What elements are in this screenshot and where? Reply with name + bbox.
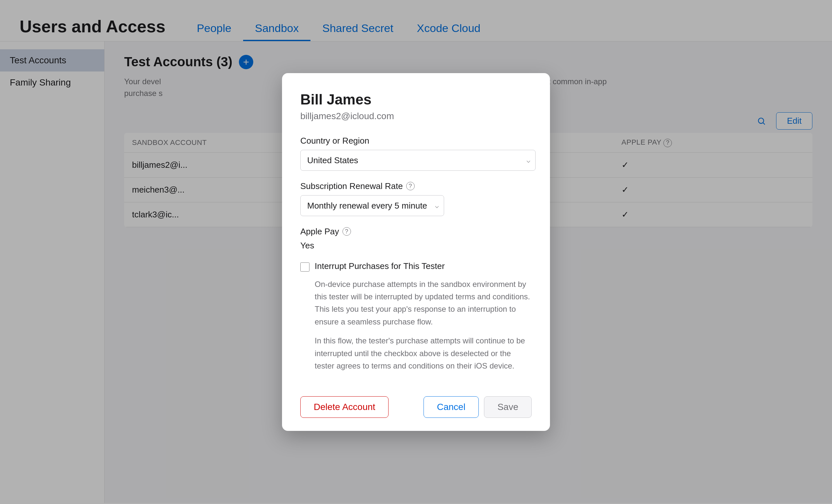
- apple-pay-value: Yes: [300, 241, 532, 251]
- modal-overlay: Bill James billjames2@icloud.com Country…: [0, 0, 832, 504]
- cancel-button[interactable]: Cancel: [423, 396, 479, 418]
- modal-footer-right: Cancel Save: [423, 396, 532, 418]
- country-select[interactable]: United States: [300, 150, 536, 171]
- modal-user-name: Bill James: [300, 91, 532, 108]
- interrupt-description-1: On-device purchase attempts in the sandb…: [315, 278, 532, 328]
- interrupt-checkbox[interactable]: [300, 262, 309, 272]
- interrupt-checkbox-row: Interrupt Purchases for This Tester: [300, 261, 532, 272]
- country-field: Country or Region United States ⌵: [300, 136, 532, 171]
- apple-pay-label: Apple Pay ?: [300, 227, 532, 237]
- country-select-wrapper: United States ⌵: [300, 150, 536, 171]
- subscription-label: Subscription Renewal Rate ?: [300, 181, 532, 191]
- subscription-help-icon[interactable]: ?: [406, 182, 415, 190]
- subscription-select-wrapper: Monthly renewal every 5 minutes ⌵: [300, 195, 444, 216]
- modal: Bill James billjames2@icloud.com Country…: [282, 73, 550, 431]
- subscription-select[interactable]: Monthly renewal every 5 minutes: [300, 195, 444, 216]
- save-button[interactable]: Save: [484, 396, 532, 418]
- modal-user-email: billjames2@icloud.com: [300, 111, 532, 121]
- delete-account-button[interactable]: Delete Account: [300, 396, 389, 418]
- interrupt-label: Interrupt Purchases for This Tester: [315, 261, 445, 271]
- interrupt-purchases-section: Interrupt Purchases for This Tester On-d…: [300, 261, 532, 372]
- country-label: Country or Region: [300, 136, 532, 146]
- apple-pay-modal-help-icon[interactable]: ?: [342, 227, 351, 236]
- apple-pay-field: Apple Pay ? Yes: [300, 227, 532, 251]
- interrupt-description-2: In this flow, the tester's purchase atte…: [315, 335, 532, 372]
- subscription-field: Subscription Renewal Rate ? Monthly rene…: [300, 181, 532, 216]
- modal-footer: Delete Account Cancel Save: [300, 388, 532, 418]
